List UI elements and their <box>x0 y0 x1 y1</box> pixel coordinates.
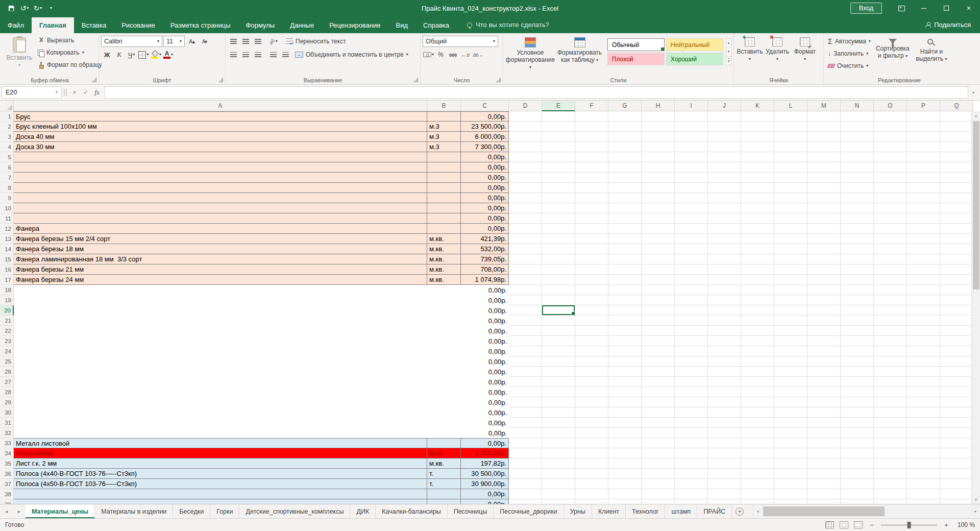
cell-P37[interactable] <box>907 479 940 489</box>
cell-O18[interactable] <box>874 285 907 295</box>
cell-I37[interactable] <box>675 479 708 489</box>
row-header-25[interactable]: 25 <box>0 356 14 367</box>
cell-N2[interactable] <box>841 122 874 132</box>
cell-C8[interactable]: 0,00р. <box>461 183 509 193</box>
cell-L22[interactable] <box>774 326 807 336</box>
scroll-down-icon[interactable] <box>972 495 980 504</box>
cell-M19[interactable] <box>807 295 841 305</box>
cell-D32[interactable] <box>509 428 542 438</box>
cell-C18[interactable]: 0,00р. <box>461 285 509 295</box>
cell-K9[interactable] <box>741 193 774 203</box>
cell-K35[interactable] <box>741 458 774 469</box>
cell-C28[interactable]: 0,00р. <box>461 387 509 397</box>
row-header-19[interactable]: 19 <box>0 295 14 305</box>
cell-P13[interactable] <box>907 234 940 244</box>
cell-D28[interactable] <box>509 387 542 397</box>
cell-M37[interactable] <box>807 479 841 489</box>
cell-P1[interactable] <box>907 111 940 122</box>
alignment-dialog-launcher[interactable] <box>413 78 418 82</box>
cell-L27[interactable] <box>774 377 807 387</box>
number-format-select[interactable]: Общий <box>423 36 498 47</box>
cell-J4[interactable] <box>708 142 741 152</box>
cell-H26[interactable] <box>642 367 675 377</box>
cell-P5[interactable] <box>907 152 940 162</box>
insert-function-button[interactable]: fx <box>91 86 103 99</box>
cell-J7[interactable] <box>708 173 741 183</box>
cell-Q36[interactable] <box>940 469 973 479</box>
cell-E39[interactable] <box>542 499 575 504</box>
select-all-corner[interactable] <box>0 101 14 111</box>
cell-H7[interactable] <box>642 173 675 183</box>
cell-Q21[interactable] <box>940 316 973 326</box>
cell-F10[interactable] <box>575 203 608 213</box>
cell-C22[interactable]: 0,00р. <box>461 326 509 336</box>
cell-M21[interactable] <box>807 316 841 326</box>
decrease-decimal-button[interactable] <box>472 49 483 60</box>
cell-N28[interactable] <box>841 387 874 397</box>
cell-D7[interactable] <box>509 173 542 183</box>
cell-A8[interactable] <box>14 183 427 193</box>
cell-K16[interactable] <box>741 264 774 275</box>
cell-M1[interactable] <box>807 111 841 122</box>
cell-D33[interactable] <box>509 438 542 448</box>
cell-O8[interactable] <box>874 183 907 193</box>
cell-P24[interactable] <box>907 346 940 356</box>
cell-J5[interactable] <box>708 152 741 162</box>
font-name-select[interactable]: Calibri <box>101 36 162 47</box>
sheet-tab-Горки[interactable]: Горки <box>210 504 239 518</box>
cell-E17[interactable] <box>542 275 575 285</box>
cell-H3[interactable] <box>642 132 675 142</box>
cell-C21[interactable]: 0,00р. <box>461 316 509 326</box>
cell-P17[interactable] <box>907 275 940 285</box>
conditional-formatting-button[interactable]: Условное форматирование <box>505 35 555 71</box>
cell-L15[interactable] <box>774 254 807 264</box>
cell-D2[interactable] <box>509 122 542 132</box>
cell-Q22[interactable] <box>940 326 973 336</box>
cell-H24[interactable] <box>642 346 675 356</box>
cell-N32[interactable] <box>841 428 874 438</box>
formula-bar-expand-icon[interactable] <box>968 90 978 95</box>
column-header-K[interactable]: K <box>741 101 774 111</box>
sheet-tab-ДИК[interactable]: ДИК <box>350 504 376 518</box>
cell-L35[interactable] <box>774 458 807 469</box>
column-header-G[interactable]: G <box>608 101 642 111</box>
cell-L7[interactable] <box>774 173 807 183</box>
cell-P34[interactable] <box>907 448 940 458</box>
cell-F11[interactable] <box>575 213 608 224</box>
cell-Q35[interactable] <box>940 458 973 469</box>
cell-I1[interactable] <box>675 111 708 122</box>
cell-A22[interactable] <box>14 326 427 336</box>
cell-F35[interactable] <box>575 458 608 469</box>
cell-M27[interactable] <box>807 377 841 387</box>
sheet-tab-Материалы в изделии[interactable]: Материалы в изделии <box>95 504 173 518</box>
cell-E19[interactable] <box>542 295 575 305</box>
cell-K20[interactable] <box>741 305 774 316</box>
cell-O37[interactable] <box>874 479 907 489</box>
cell-G26[interactable] <box>608 367 642 377</box>
cell-O28[interactable] <box>874 387 907 397</box>
cell-J30[interactable] <box>708 407 741 418</box>
cell-E34[interactable] <box>542 448 575 458</box>
cell-M34[interactable] <box>807 448 841 458</box>
cell-I21[interactable] <box>675 316 708 326</box>
sheet-tab-Урны[interactable]: Урны <box>564 504 592 518</box>
cell-F39[interactable] <box>575 499 608 504</box>
cell-G33[interactable] <box>608 438 642 448</box>
cell-K4[interactable] <box>741 142 774 152</box>
cell-I13[interactable] <box>675 234 708 244</box>
row-header-8[interactable]: 8 <box>0 183 14 193</box>
sheet-nav-left-icon[interactable] <box>0 504 13 518</box>
find-select-button[interactable]: Найти и выделить <box>913 35 950 64</box>
cell-C36[interactable]: 30 500,00р. <box>461 469 509 479</box>
cell-L31[interactable] <box>774 418 807 428</box>
cell-D36[interactable] <box>509 469 542 479</box>
cell-B4[interactable]: м.3 <box>427 142 461 152</box>
cell-L14[interactable] <box>774 244 807 254</box>
cell-M3[interactable] <box>807 132 841 142</box>
cell-B19[interactable] <box>427 295 461 305</box>
cell-D3[interactable] <box>509 132 542 142</box>
cell-H30[interactable] <box>642 407 675 418</box>
autosum-button[interactable]: Автосумма <box>826 36 873 47</box>
cell-K10[interactable] <box>741 203 774 213</box>
cell-M39[interactable] <box>807 499 841 504</box>
